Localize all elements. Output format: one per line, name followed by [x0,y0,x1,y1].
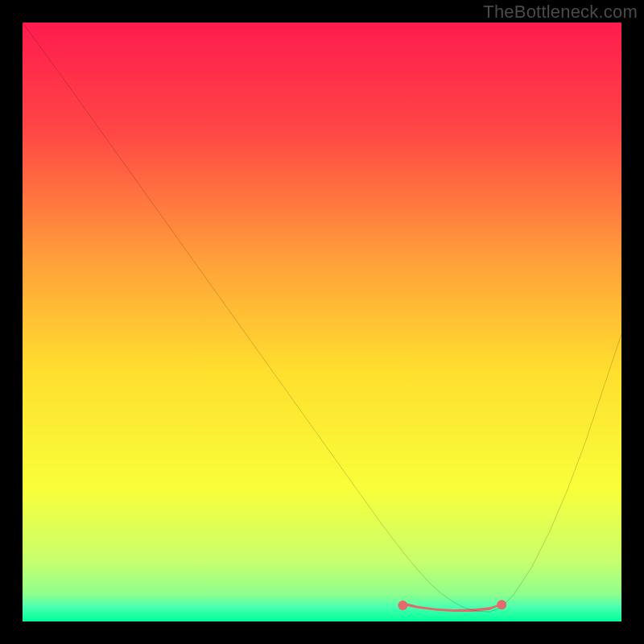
chart-frame: TheBottleneck.com [0,0,644,644]
plot-background [23,23,621,621]
bottleneck-chart [23,23,621,621]
watermark-text: TheBottleneck.com [483,2,638,23]
optimal-zone-left-end [398,601,407,610]
optimal-zone-right-end [497,600,506,609]
